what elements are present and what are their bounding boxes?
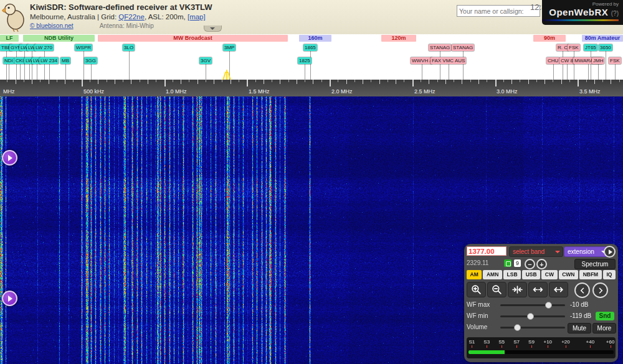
mode-button-lsb[interactable]: LSB xyxy=(503,270,521,279)
station-label-line xyxy=(440,51,440,80)
station-label[interactable]: FSK xyxy=(568,44,580,51)
more-button[interactable]: More xyxy=(592,323,616,334)
volume-knob[interactable] xyxy=(514,324,521,331)
station-label[interactable]: 3GG xyxy=(84,57,97,64)
snd-button[interactable]: Snd xyxy=(596,312,614,320)
tuning-passband-marker[interactable] xyxy=(221,70,233,80)
left-panel-toggle-top[interactable] xyxy=(2,150,17,166)
scale-tick xyxy=(487,80,487,82)
credit-line: © bluebison.netAntenna: Mini-Whip xyxy=(30,22,212,30)
mode-button-cwn[interactable]: CWN xyxy=(559,270,578,279)
mode-button-am[interactable]: AM xyxy=(467,270,482,279)
station-label[interactable]: 1825 xyxy=(298,57,312,64)
mode-button-cw[interactable]: CW xyxy=(541,270,557,279)
openwebrx-brand-box[interactable]: Powered by OpenWebRX (?) xyxy=(542,0,623,25)
mode-button-amn[interactable]: AMN xyxy=(483,270,502,279)
wf-max-knob[interactable] xyxy=(545,302,552,309)
wf-min-knob[interactable] xyxy=(527,313,534,320)
grid-link[interactable]: QF22ne xyxy=(118,13,145,21)
station-label[interactable]: STANAG xyxy=(429,44,451,51)
zoom-out-button[interactable] xyxy=(487,282,506,297)
station-label[interactable]: STANAG xyxy=(452,44,474,51)
band-select-dropdown[interactable]: select band xyxy=(509,246,563,257)
zoom-plus-button[interactable]: + xyxy=(536,259,547,269)
station-label-line xyxy=(24,51,25,80)
s-meter-tick xyxy=(502,345,502,348)
station-label[interactable]: MB xyxy=(60,57,70,64)
s-meter-level-bar xyxy=(468,350,505,354)
mute-button[interactable]: Mute xyxy=(568,323,591,334)
pan-button[interactable] xyxy=(549,282,568,297)
station-label[interactable]: LW 234 xyxy=(39,57,59,64)
station-label[interactable]: JMH xyxy=(592,57,604,64)
scale-tick xyxy=(49,80,49,84)
frequency-input[interactable] xyxy=(467,246,506,256)
spectrum-button[interactable]: Spectrum xyxy=(574,259,616,269)
band-segment[interactable]: 120m xyxy=(381,35,416,42)
page-left-button[interactable] xyxy=(574,282,590,298)
band-segment[interactable]: 160m xyxy=(299,35,331,42)
left-panel-toggle-bottom[interactable] xyxy=(2,291,17,306)
scale-label: 500 kHz xyxy=(83,88,104,95)
frequency-scale[interactable]: MHz500 kHz1.0 MHz1.5 MHz2.0 MHz2.5 MHz3.… xyxy=(0,80,623,96)
station-label-line xyxy=(615,64,616,80)
zoom-minus-button[interactable]: − xyxy=(525,259,535,269)
status-indicator-icon[interactable] xyxy=(504,259,511,267)
extension-select-dropdown[interactable]: extension xyxy=(564,246,609,257)
station-label[interactable]: 3GV xyxy=(199,57,212,64)
band-segment[interactable]: 80m Amateur xyxy=(582,35,623,42)
wf-min-slider[interactable] xyxy=(500,315,565,317)
band-segment[interactable]: NDB Utility xyxy=(23,35,95,42)
station-label[interactable]: JT65 xyxy=(584,44,597,51)
band-segment[interactable]: 90m xyxy=(533,35,566,42)
scale-tick xyxy=(388,80,388,82)
wf-max-slider[interactable] xyxy=(500,304,565,306)
s-meter-label: S1 xyxy=(468,339,475,345)
station-label[interactable]: LW 270 xyxy=(34,44,54,51)
station-label-line xyxy=(37,64,37,80)
panel-row-zoom: 2329.11 9 − + Spectrum xyxy=(467,259,616,268)
callsign-input[interactable] xyxy=(457,5,540,17)
bluebison-link[interactable]: © bluebison.net xyxy=(30,22,74,29)
station-label-line xyxy=(598,64,599,80)
station-label[interactable]: FSK xyxy=(609,57,621,64)
mode-button-nbfm[interactable]: NBFM xyxy=(579,270,602,279)
scale-tick xyxy=(73,80,74,82)
zoom-to-band-button[interactable] xyxy=(508,282,527,297)
mode-button-iq[interactable]: IQ xyxy=(603,270,616,279)
zoom-in-button[interactable] xyxy=(467,282,486,297)
station-label-line xyxy=(606,51,606,80)
map-link[interactable]: [map] xyxy=(188,13,206,21)
scale-tick xyxy=(561,80,562,84)
header-collapse-tab[interactable] xyxy=(204,26,222,32)
station-label[interactable]: FAX VMC AUS xyxy=(430,57,466,64)
kiwisdr-logo[interactable] xyxy=(1,1,26,32)
scale-tick xyxy=(578,80,579,86)
station-label[interactable]: 3LO xyxy=(123,44,135,51)
station-label[interactable]: CHU xyxy=(546,57,559,64)
scale-tick xyxy=(586,80,587,82)
station-label[interactable]: WWVH / xyxy=(411,57,432,64)
station-label[interactable]: 3650 xyxy=(599,44,612,51)
station-label[interactable]: CW 8 xyxy=(559,57,574,64)
zoom-max-out-button[interactable] xyxy=(528,282,548,297)
band-segment[interactable]: MW Broadcast xyxy=(98,35,288,42)
station-label[interactable]: 3MP xyxy=(223,44,235,51)
station-label[interactable]: CKI xyxy=(14,57,25,64)
station-label[interactable]: 1865 xyxy=(303,44,317,51)
wf-min-label: WF min xyxy=(467,312,488,319)
scale-tick xyxy=(24,80,24,82)
station-label[interactable]: NDI xyxy=(3,57,14,64)
station-label[interactable]: R. C xyxy=(556,44,569,51)
zoom-level-badge: 9 xyxy=(514,259,521,267)
volume-slider[interactable] xyxy=(500,327,565,329)
play-button[interactable] xyxy=(604,246,616,258)
band-segment[interactable]: LF xyxy=(0,35,19,42)
page-right-button[interactable] xyxy=(592,282,608,298)
mode-button-usb[interactable]: USB xyxy=(522,270,540,279)
scale-tick xyxy=(231,80,231,84)
station-label-line xyxy=(463,51,464,80)
scale-tick xyxy=(239,80,239,82)
station-label[interactable]: WSPR xyxy=(75,44,92,51)
station-label-line xyxy=(422,64,422,80)
